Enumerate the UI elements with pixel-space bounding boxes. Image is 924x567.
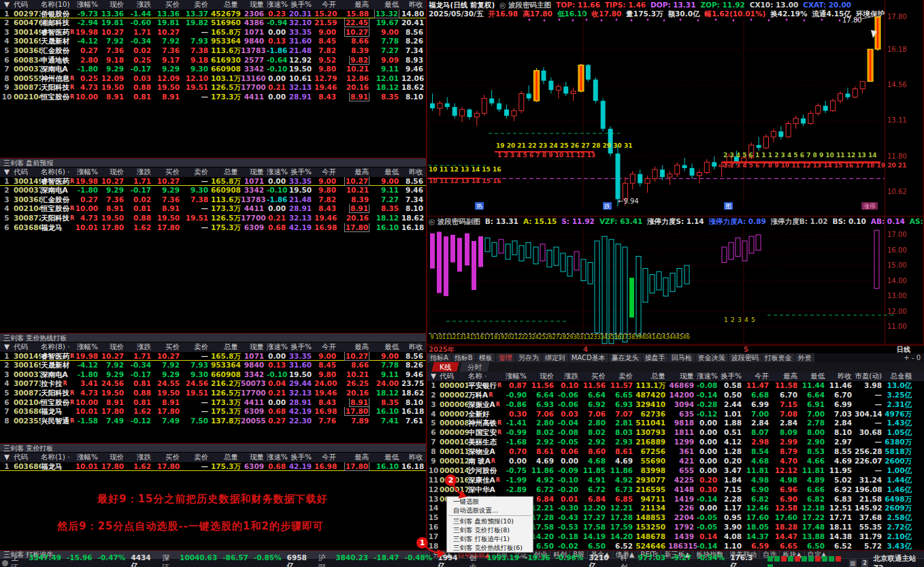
column-header[interactable]: 最低 (372, 453, 401, 462)
column-header[interactable]: 涨速% (267, 342, 288, 352)
stock-row-000007[interactable]: 4000007全新好0.307.060.037.067.0762736635-0… (427, 410, 924, 419)
column-header[interactable]: ▼ (0, 167, 14, 177)
stock-row-000009[interactable]: 6000009中国宝安R-0.998.02-0.088.028.03130793… (427, 428, 924, 438)
stock-row-000008[interactable]: 5000008神州高铁R-1.412.80-0.042.802.81511041… (427, 419, 924, 428)
column-header[interactable]: 代码 (14, 0, 41, 10)
column-header[interactable]: 卖价 (182, 342, 211, 352)
index-深证[interactable]: 深证10040.63-86.57-0.85%6958亿 (163, 553, 312, 567)
column-header[interactable]: 现价 (101, 167, 127, 177)
column-header[interactable]: 卖价 (182, 0, 211, 10)
column-header[interactable]: 昨收 (401, 0, 426, 10)
column-header[interactable]: 涨速% (697, 372, 720, 381)
column-header[interactable]: 涨幅% (75, 167, 101, 177)
index-上证[interactable]: 上证3347.49-15.96-0.47%4434亿 (12, 553, 156, 567)
menu-item-6[interactable]: 三剑客 竞价热线打板(6) (447, 543, 533, 552)
column-header[interactable]: 代码 (14, 342, 41, 352)
stock-row-000016[interactable]: 11000016深康佳AR-1.994.92-0.104.914.9229307… (427, 476, 924, 485)
indicator-tab-赢在龙头[interactable]: 赢在龙头 (609, 353, 642, 362)
column-header[interactable]: 今开 (744, 372, 772, 381)
column-header[interactable]: 总量 (211, 0, 241, 10)
stock-row-000037[interactable]: 2000037深南电A-1.809.29-0.179.299.306609083… (0, 186, 426, 195)
stock-row-300368[interactable]: 3300368汇金股份0.277.360.027.367.38113.6万137… (0, 195, 426, 205)
column-header[interactable]: 买价 (154, 167, 182, 177)
indicator-tab-MACD基本[interactable]: MACD基本 (569, 353, 608, 362)
column-header[interactable]: 总金额 (885, 372, 914, 381)
stock-row-600834[interactable]: 6600834申通地铁2.809.180.259.179.18616930257… (0, 56, 426, 65)
stock-row-300872[interactable]: 5300872天阳科技R4.7319.500.8819.5019.51126.5… (0, 214, 426, 223)
column-header[interactable]: 换手% (288, 453, 314, 462)
indicator-tab-模板[interactable]: 模板 (476, 353, 495, 362)
column-header[interactable]: ▼ (0, 453, 14, 462)
indicator-tab-指标A[interactable]: 指标A (427, 353, 451, 362)
stock-row-002973[interactable]: 1002973侨银股份-9.7313.36-1.4413.3613.374526… (0, 10, 426, 19)
column-header[interactable]: 涨幅% (75, 0, 101, 10)
tab-fenshi[interactable]: 分时 (460, 362, 490, 372)
column-header[interactable]: 涨幅% (75, 342, 101, 352)
column-header[interactable]: 最高 (339, 342, 372, 352)
column-header[interactable]: 涨速% (267, 167, 288, 177)
stock-row-300169[interactable]: 4300169天晟新材-4.127.92-0.347.927.939533649… (0, 37, 426, 46)
column-header[interactable]: 现量 (241, 342, 267, 352)
menu-item-5[interactable]: 三剑客 打板追牛(1) (447, 534, 533, 543)
column-header[interactable]: 现价 (101, 453, 127, 462)
stock-row-600476[interactable]: 2600476湘邮科技-2.9419.81-0.6019.8119.825169… (0, 18, 426, 28)
indicator-tab-打板资金[interactable]: 打板资金 (762, 353, 795, 362)
column-header[interactable]: 涨跌 (557, 372, 581, 381)
stock-row-603686[interactable]: 6603686福龙马10.0117.801.6217.80—175.3万6309… (0, 223, 426, 233)
column-header[interactable]: 名称 · (468, 372, 505, 381)
column-header[interactable]: 总量 (211, 342, 241, 352)
column-header[interactable]: 现量 (668, 372, 697, 381)
column-header[interactable]: 最高 (339, 453, 372, 462)
column-header[interactable]: 换手% (288, 167, 314, 177)
menu-item-2[interactable]: 自动选股设置... (447, 506, 533, 515)
stock-row-300773[interactable]: 4300773拉卡拉R3.4124.560.8124.5524.56216.2万… (0, 379, 426, 389)
section-title-panqian[interactable]: 三剑客 盘前预报 (0, 158, 426, 167)
column-header[interactable]: 买价 (154, 0, 182, 10)
column-header[interactable]: 名称(8) · (41, 342, 75, 352)
indicator-tab-外资[interactable]: 外资 (795, 353, 814, 362)
num-icon[interactable]: 2 (861, 560, 869, 567)
stock-row-000017[interactable]: 12000017深中华A-2.896.72-0.206.726.73216595… (427, 485, 924, 495)
column-header[interactable]: 现量 (241, 453, 267, 462)
column-header[interactable]: 现价 (529, 372, 557, 381)
column-header[interactable]: 名称(1) · (41, 453, 75, 462)
column-header[interactable]: 涨跌 (127, 0, 154, 10)
column-header[interactable]: 换手% (288, 0, 314, 10)
stock-row-000037[interactable]: 7000037深南电A-1.809.29-0.179.299.306609083… (0, 65, 426, 74)
kline-chart[interactable]: 17.8016.1814.5613.1111.8010.6219 20 21 2… (427, 0, 924, 345)
indicator-tab-指标B[interactable]: 指标B (452, 353, 476, 362)
stock-row-000555[interactable]: 8000555神州信息R0.2512.090.0312.0912.10103.1… (0, 74, 426, 84)
column-header[interactable]: 最高 (772, 372, 800, 381)
column-header[interactable]: 涨速% (267, 0, 288, 10)
column-header[interactable]: 涨幅% (505, 372, 529, 381)
column-header[interactable]: 卖价 (182, 167, 211, 177)
stock-row-000012[interactable]: 9000012南 玻AR0.004.690.004.684.6955690421… (427, 457, 924, 466)
column-header[interactable]: 总量 (636, 372, 668, 381)
column-header[interactable]: 涨跌 (127, 342, 154, 352)
stock-row-300149[interactable]: 3300149睿智医药R19.9810.271.7110.27—165.8万10… (0, 28, 426, 37)
column-header[interactable]: 最低 (800, 372, 827, 381)
indicator-tab-波段密码[interactable]: 波段密码 (729, 353, 761, 362)
column-header[interactable]: 涨跌 (127, 453, 154, 462)
column-header[interactable]: 昨收 (401, 453, 426, 462)
column-header[interactable]: 昨收 (401, 342, 426, 352)
menu-item-4[interactable]: 三剑客 竞价打板(8) (447, 525, 533, 534)
stock-row-300149[interactable]: 1300149睿智医药R19.9810.271.7110.27—165.8万10… (0, 352, 426, 361)
column-header[interactable]: 代码 (14, 167, 41, 177)
column-header[interactable]: 换手% (288, 342, 314, 352)
column-header[interactable]: 代码 (440, 372, 468, 381)
tab-kline[interactable]: K线 (431, 362, 459, 372)
stock-row-002104[interactable]: 10002104恒宝股份R10.008.910.818.91—173.3万441… (0, 93, 426, 102)
stock-row-000037[interactable]: 3000037深南电A-1.809.29-0.179.299.306609083… (0, 370, 426, 380)
index-创业[interactable]: 创业1993.19-19.36-0.96%3210亿 (469, 553, 614, 567)
column-header[interactable]: ▼ (0, 0, 14, 10)
menu-item-1[interactable]: 一键选股 (447, 497, 533, 506)
column-header[interactable]: 卖价 (608, 372, 636, 381)
column-header[interactable]: 换手% (720, 372, 744, 381)
column-header[interactable]: 卖价 (182, 453, 211, 462)
section-title-jingjia-hotline[interactable]: 三剑客 竞价热线打板 (0, 333, 426, 342)
indicator-tab-管理[interactable]: 管理 (496, 353, 515, 362)
column-header[interactable]: 买价 (154, 453, 182, 462)
column-header[interactable]: 名称(10) (41, 0, 75, 10)
indicator-tab-绑定到[interactable]: 绑定到 (542, 353, 568, 362)
